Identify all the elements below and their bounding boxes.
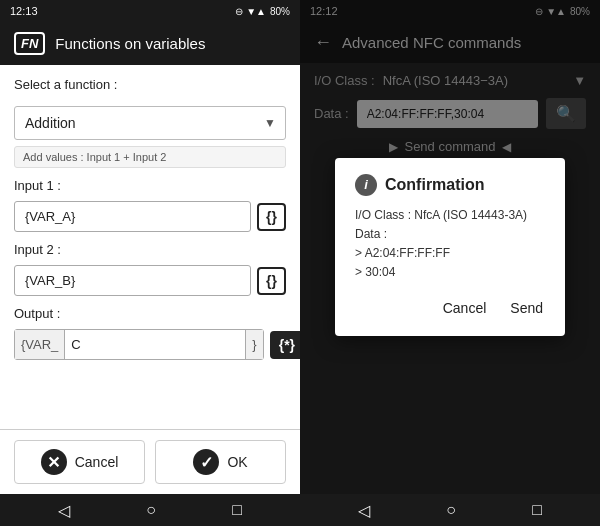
ok-button[interactable]: ✓ OK xyxy=(155,440,286,484)
input2-group: Input 2 : {} xyxy=(14,242,286,296)
input2-row: {} xyxy=(14,265,286,296)
input1-field[interactable] xyxy=(14,201,251,232)
left-panel: 12:13 ⊖ ▼▲ 80% FN Functions on variables… xyxy=(0,0,300,526)
bottom-action-bar: ✕ Cancel ✓ OK xyxy=(0,429,300,494)
ok-check-icon: ✓ xyxy=(193,449,219,475)
right-home-nav-icon[interactable]: ○ xyxy=(446,501,456,519)
info-char: i xyxy=(364,177,368,192)
function-hint: Add values : Input 1 + Input 2 xyxy=(14,146,286,168)
left-nav-bar: ◁ ○ □ xyxy=(0,494,300,526)
dialog-overlay: i Confirmation I/O Class : NfcA (ISO 144… xyxy=(300,0,600,494)
home-nav-icon[interactable]: ○ xyxy=(146,501,156,519)
input1-group: Input 1 : {} xyxy=(14,178,286,232)
dialog-title-row: i Confirmation xyxy=(355,174,545,196)
output-variable-button[interactable]: {*} xyxy=(270,331,300,359)
right-panel: 12:12 ⊖ ▼▲ 80% ← Advanced NFC commands I… xyxy=(300,0,600,526)
info-icon: i xyxy=(355,174,377,196)
output-prefix: {VAR_ xyxy=(15,330,65,359)
right-recent-nav-icon[interactable]: □ xyxy=(532,501,542,519)
function-dropdown-wrapper: Addition Subtraction Multiplication Divi… xyxy=(14,106,286,140)
left-status-bar: 12:13 ⊖ ▼▲ 80% xyxy=(0,0,300,22)
function-dropdown[interactable]: Addition Subtraction Multiplication Divi… xyxy=(14,106,286,140)
dialog-actions: Cancel Send xyxy=(355,296,545,320)
ok-label: OK xyxy=(227,454,247,470)
select-function-label: Select a function : xyxy=(14,77,286,92)
dialog-body: I/O Class : NfcA (ISO 14443-3A) Data : >… xyxy=(355,206,545,283)
left-status-signal: ⊖ ▼▲ xyxy=(235,6,266,17)
dialog-cancel-button[interactable]: Cancel xyxy=(441,296,489,320)
output-field[interactable] xyxy=(65,330,245,359)
dialog-title: Confirmation xyxy=(385,176,485,194)
cancel-x-icon: ✕ xyxy=(41,449,67,475)
output-group: Output : {VAR_ } {*} xyxy=(14,306,286,360)
dialog-send-button[interactable]: Send xyxy=(508,296,545,320)
confirmation-dialog: i Confirmation I/O Class : NfcA (ISO 144… xyxy=(335,158,565,337)
input2-label: Input 2 : xyxy=(14,242,286,257)
fn-label: FN xyxy=(21,36,38,51)
left-battery: 80% xyxy=(270,6,290,17)
back-nav-icon[interactable]: ◁ xyxy=(58,501,70,520)
left-header-title: Functions on variables xyxy=(55,35,205,52)
dialog-body-line2: Data : xyxy=(355,225,545,244)
output-row: {VAR_ } {*} xyxy=(14,329,286,360)
output-field-wrapper: {VAR_ } xyxy=(14,329,264,360)
output-label: Output : xyxy=(14,306,286,321)
fn-icon: FN xyxy=(14,32,45,55)
input1-label: Input 1 : xyxy=(14,178,286,193)
dialog-body-line1: I/O Class : NfcA (ISO 14443-3A) xyxy=(355,206,545,225)
input2-variable-button[interactable]: {} xyxy=(257,267,286,295)
output-suffix: } xyxy=(245,330,262,359)
cancel-button[interactable]: ✕ Cancel xyxy=(14,440,145,484)
cancel-label: Cancel xyxy=(75,454,119,470)
left-header: FN Functions on variables xyxy=(0,22,300,65)
dialog-body-line3: > A2:04:FF:FF:FF xyxy=(355,244,545,263)
right-back-nav-icon[interactable]: ◁ xyxy=(358,501,370,520)
right-nav-bar: ◁ ○ □ xyxy=(300,494,600,526)
input1-row: {} xyxy=(14,201,286,232)
input2-field[interactable] xyxy=(14,265,251,296)
dialog-body-line4: > 30:04 xyxy=(355,263,545,282)
recent-nav-icon[interactable]: □ xyxy=(232,501,242,519)
input1-variable-button[interactable]: {} xyxy=(257,203,286,231)
left-status-icons: ⊖ ▼▲ 80% xyxy=(235,6,290,17)
left-time: 12:13 xyxy=(10,5,38,17)
left-panel-body: Select a function : Addition Subtraction… xyxy=(0,65,300,429)
